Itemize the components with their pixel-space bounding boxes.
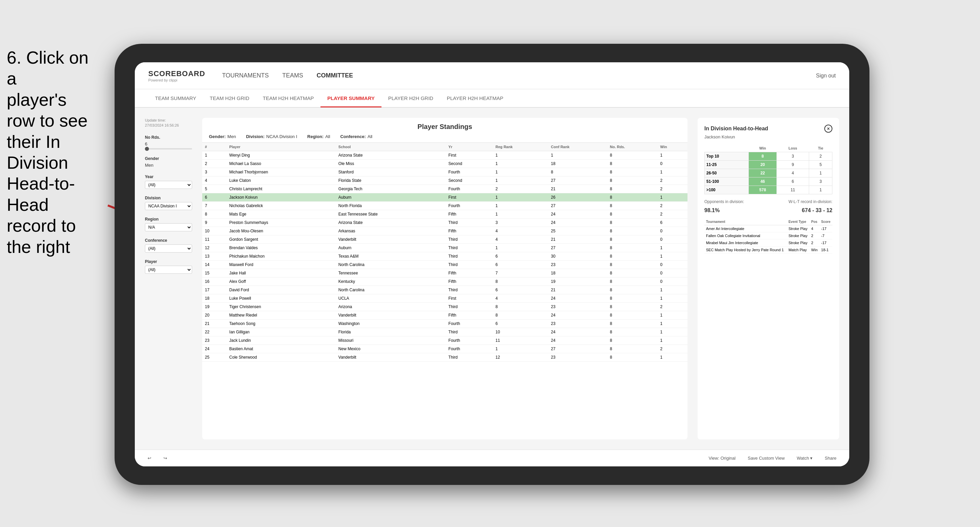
nav-item-tournaments[interactable]: TOURNAMENTS <box>222 70 269 81</box>
cell-win: 1 <box>657 311 687 319</box>
sub-nav-player-h2h-heatmap[interactable]: PLAYER H2H HEATMAP <box>440 90 510 108</box>
cell-rank: 23 <box>202 337 226 345</box>
undo-button[interactable]: ↩ <box>145 454 154 462</box>
cell-school: Arizona State <box>336 151 446 160</box>
no-rds-value: 6 <box>145 141 192 146</box>
h2h-row: 26-50 22 4 1 <box>705 169 832 178</box>
table-row[interactable]: 4 Luke Claton Florida State Second 1 27 … <box>202 176 687 185</box>
table-row[interactable]: 23 Jack Lundin Missouri Fourth 11 24 8 1 <box>202 337 687 345</box>
wl-record: 674 - 33 - 12 <box>802 208 832 213</box>
table-row[interactable]: 10 Jacob Mou-Olesen Arkansas Fifth 4 25 … <box>202 227 687 235</box>
table-division-value: NCAA Division I <box>266 134 297 139</box>
table-row[interactable]: 11 Gordon Sargent Vanderbilt Third 4 21 … <box>202 235 687 244</box>
nav-item-committee[interactable]: COMMITTEE <box>317 70 353 81</box>
cell-no-rds: 8 <box>607 176 657 185</box>
table-row[interactable]: 3 Michael Thorbjornsen Stanford Fourth 1… <box>202 168 687 176</box>
conference-select[interactable]: (All) <box>145 244 192 252</box>
division-select[interactable]: NCAA Division I <box>145 202 192 210</box>
table-row[interactable]: 20 Matthew Riedel Vanderbilt Fifth 8 24 … <box>202 311 687 319</box>
h2h-close-button[interactable]: × <box>824 125 832 133</box>
col-win: Win <box>657 143 687 151</box>
view-original-button[interactable]: View: Original <box>706 454 738 462</box>
table-row[interactable]: 17 David Ford North Carolina Third 6 21 … <box>202 286 687 294</box>
h2h-cell-tie: 2 <box>809 152 832 160</box>
cell-yr: First <box>446 193 493 202</box>
nav-item-teams[interactable]: TEAMS <box>282 70 303 81</box>
tournaments-table: Tournament Event Type Pos Score Amer Ari… <box>704 219 832 254</box>
sub-nav-team-h2h-heatmap[interactable]: TEAM H2H HEATMAP <box>256 90 320 108</box>
sign-out-link[interactable]: Sign out <box>816 73 836 79</box>
table-row[interactable]: 14 Maxwell Ford North Carolina Third 6 2… <box>202 260 687 269</box>
cell-player: Michael La Sasso <box>226 160 336 168</box>
table-row[interactable]: 6 Jackson Koivun Auburn First 1 26 8 1 <box>202 193 687 202</box>
cell-player: Matthew Riedel <box>226 311 336 319</box>
cell-yr: Fourth <box>446 202 493 210</box>
sub-nav-team-summary[interactable]: TEAM SUMMARY <box>148 90 203 108</box>
table-row[interactable]: 15 Jake Hall Tennessee Fifth 7 18 8 0 <box>202 269 687 278</box>
table-region-value: All <box>325 134 330 139</box>
filter-item-gender: Gender: Men <box>209 134 236 139</box>
cell-no-rds: 8 <box>607 219 657 227</box>
redo-button[interactable]: ↪ <box>161 454 170 462</box>
cell-yr: Third <box>446 286 493 294</box>
cell-yr: Third <box>446 303 493 311</box>
cell-yr: Second <box>446 160 493 168</box>
share-label: Share <box>825 456 837 461</box>
table-row[interactable]: 1 Wenyi Ding Arizona State First 1 1 8 1 <box>202 151 687 160</box>
cell-yr: Fourth <box>446 337 493 345</box>
player-label: Player <box>145 259 192 264</box>
table-row[interactable]: 19 Tiger Christensen Arizona Third 8 23 … <box>202 303 687 311</box>
share-button[interactable]: Share <box>822 454 839 462</box>
cell-yr: Third <box>446 244 493 252</box>
table-row[interactable]: 13 Phichakun Maichon Texas A&M Third 6 3… <box>202 252 687 260</box>
sub-nav-player-h2h-grid[interactable]: PLAYER H2H GRID <box>382 90 440 108</box>
h2h-cell-win: 20 <box>748 160 776 169</box>
cell-conf-rank: 27 <box>548 244 607 252</box>
h2h-title: In Division Head-to-Head <box>704 125 768 132</box>
tournament-name: Amer Ari Intercollegiate <box>704 225 787 232</box>
cell-player: Phichakun Maichon <box>226 252 336 260</box>
cell-no-rds: 8 <box>607 151 657 160</box>
cell-no-rds: 8 <box>607 328 657 337</box>
save-custom-button[interactable]: Save Custom View <box>745 454 788 462</box>
cell-conf-rank: 18 <box>548 160 607 168</box>
cell-player: Luke Claton <box>226 176 336 185</box>
table-row[interactable]: 5 Christo Lamprecht Georgia Tech Fourth … <box>202 185 687 193</box>
table-row[interactable]: 21 Taehoon Song Washington Fourth 6 23 8… <box>202 319 687 328</box>
no-rds-slider[interactable] <box>145 148 192 149</box>
table-row[interactable]: 18 Luke Powell UCLA First 4 24 8 1 <box>202 294 687 303</box>
col-rank: # <box>202 143 226 151</box>
player-select[interactable]: (All) <box>145 266 192 274</box>
cell-no-rds: 8 <box>607 294 657 303</box>
table-row[interactable]: 7 Nicholas Gabrelick North Florida Fourt… <box>202 202 687 210</box>
table-row[interactable]: 2 Michael La Sasso Ole Miss Second 1 18 … <box>202 160 687 168</box>
table-row[interactable]: 22 Ian Gilligan Florida Third 10 24 8 1 <box>202 328 687 337</box>
cell-player: Preston Summerhays <box>226 219 336 227</box>
region-select[interactable]: N/A <box>145 223 192 231</box>
table-row[interactable]: 25 Cole Sherwood Vanderbilt Third 12 23 … <box>202 353 687 362</box>
no-rds-label: No Rds. <box>145 135 192 140</box>
cell-rank: 17 <box>202 286 226 294</box>
year-select[interactable]: (All) <box>145 181 192 189</box>
table-row[interactable]: 16 Alex Goff Kentucky Fifth 8 19 8 0 <box>202 278 687 286</box>
tournament-row: Amer Ari Intercollegiate Stroke Play 4 -… <box>704 225 832 232</box>
cell-reg-rank: 1 <box>493 210 548 219</box>
table-row[interactable]: 12 Brendan Valdes Auburn Third 1 27 8 1 <box>202 244 687 252</box>
h2h-cell-win: 578 <box>748 186 776 194</box>
cell-win: 2 <box>657 202 687 210</box>
watch-button[interactable]: Watch ▾ <box>794 454 815 462</box>
table-row[interactable]: 8 Mats Ege East Tennessee State Fifth 1 … <box>202 210 687 219</box>
filter-division: Division NCAA Division I <box>145 196 192 210</box>
cell-win: 2 <box>657 210 687 219</box>
cell-reg-rank: 8 <box>493 303 548 311</box>
cell-win: 1 <box>657 193 687 202</box>
h2h-col-rank <box>705 144 749 152</box>
cell-reg-rank: 1 <box>493 160 548 168</box>
cell-reg-rank: 8 <box>493 311 548 319</box>
cell-yr: First <box>446 151 493 160</box>
cell-player: Christo Lamprecht <box>226 185 336 193</box>
table-row[interactable]: 9 Preston Summerhays Arizona State Third… <box>202 219 687 227</box>
sub-nav-team-h2h-grid[interactable]: TEAM H2H GRID <box>203 90 256 108</box>
sub-nav-player-summary[interactable]: PLAYER SUMMARY <box>320 90 382 108</box>
table-row[interactable]: 24 Bastien Amat New Mexico Fourth 1 27 8… <box>202 345 687 353</box>
